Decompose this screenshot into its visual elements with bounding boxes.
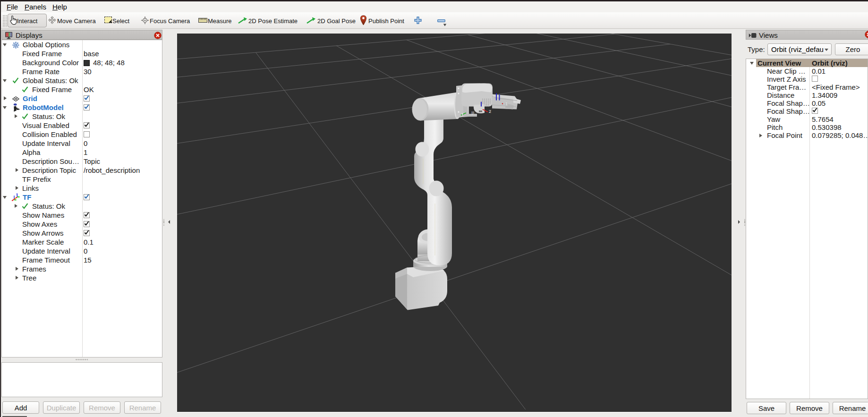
svg-text:1: 1 [505, 102, 508, 106]
svg-text:||l: ||l [471, 111, 474, 115]
svg-text:2: 2 [489, 109, 491, 114]
